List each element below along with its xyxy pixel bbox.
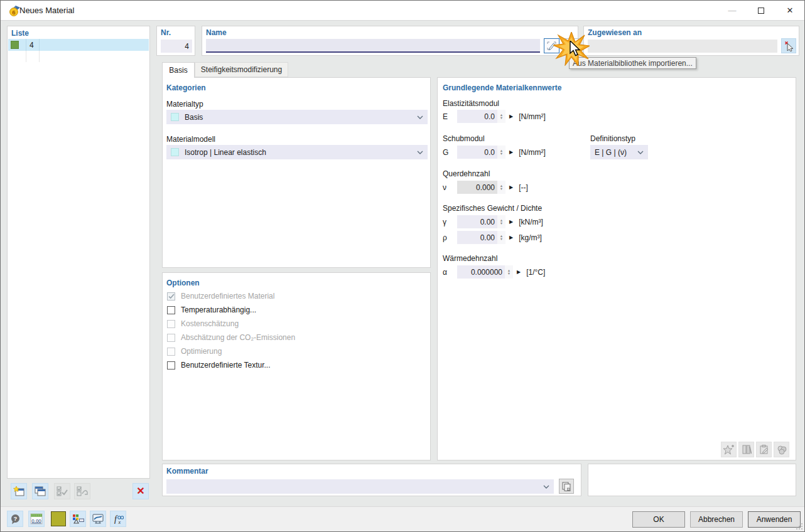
- chevron-down-icon: [637, 151, 644, 154]
- detail-arrow-button[interactable]: ▶: [509, 184, 513, 190]
- e-modul-input[interactable]: 0.0: [457, 110, 497, 123]
- minimize-button[interactable]: —: [718, 1, 747, 20]
- alpha-input[interactable]: 0.000000: [457, 265, 505, 279]
- svg-text:x: x: [118, 519, 121, 525]
- import-from-library-button[interactable]: [563, 38, 579, 53]
- assigned-label: Zugewiesen an: [588, 28, 642, 37]
- function-button[interactable]: f x: [110, 511, 126, 527]
- nu-input-disabled[interactable]: 0.000: [457, 181, 497, 194]
- apply-button[interactable]: Anwenden: [748, 511, 801, 528]
- waermedehnzahl-label: Wärmedehnzahl: [443, 254, 497, 263]
- add-favorite-button[interactable]: [721, 442, 737, 457]
- display-colors-button[interactable]: [70, 511, 86, 527]
- checkbox-row-kostenschaetzung[interactable]: Kostenschätzung: [167, 319, 239, 329]
- kommentar-combobox[interactable]: [166, 479, 554, 494]
- maximize-icon: [758, 8, 764, 14]
- help-button[interactable]: ?: [7, 511, 23, 527]
- g-modul-input[interactable]: 0.0: [457, 146, 497, 159]
- detail-arrow-button[interactable]: ▶: [517, 269, 521, 275]
- nr-input[interactable]: 4: [161, 40, 192, 53]
- detail-arrow-button[interactable]: ▶: [509, 114, 513, 119]
- material-color-swatch-button[interactable]: [50, 510, 67, 528]
- spinner-control[interactable]: ▲▼: [505, 265, 513, 279]
- alpha-row: α 0.000000 ▲▼ ▶ [1/°C]: [443, 265, 545, 279]
- liste-title: Liste: [11, 29, 29, 38]
- svg-text:0,00: 0,00: [31, 518, 41, 524]
- materialmodell-label: Materialmodell: [166, 135, 215, 144]
- checkbox[interactable]: [167, 306, 175, 314]
- list-item-number: 4: [30, 41, 39, 50]
- assigned-input[interactable]: [588, 40, 777, 53]
- copy-material-button[interactable]: [32, 483, 48, 499]
- name-input[interactable]: [206, 39, 540, 53]
- checkbox-row-benutzerdefiniertes-material[interactable]: Benutzerdefiniertes Material: [167, 291, 274, 301]
- svg-text:6: 6: [12, 9, 15, 16]
- select-objects-button[interactable]: [781, 38, 796, 53]
- kategorien-title: Kategorien: [166, 83, 206, 92]
- library-book-icon: [566, 41, 576, 51]
- rendering-icon: [92, 514, 104, 524]
- preview-panel: [588, 464, 796, 496]
- decimal-places-button[interactable]: 0,00: [28, 511, 45, 527]
- grid-line: [26, 51, 26, 62]
- copy-pages-icon: [562, 482, 571, 491]
- pencil-edit-icon: [547, 41, 556, 50]
- color-circles-button[interactable]: [774, 442, 789, 457]
- kommentar-panel: Kommentar: [162, 464, 581, 496]
- checkbox[interactable]: [167, 361, 175, 370]
- clipboard-edit-button[interactable]: [756, 442, 772, 457]
- check-all-button[interactable]: [54, 483, 70, 499]
- tab-basis[interactable]: Basis: [162, 62, 195, 78]
- checkbox-disabled[interactable]: [167, 320, 175, 328]
- invert-check-icon: [77, 486, 88, 496]
- tab-steifigkeitsmodifizierung[interactable]: Steifigkeitsmodifizierung: [195, 62, 288, 77]
- gamma-row: γ 0.00 ▲▼ ▶ [kN/m³]: [443, 215, 543, 228]
- material-library-button[interactable]: [738, 442, 754, 457]
- check-icon: [168, 294, 175, 299]
- svg-text:?: ?: [13, 515, 17, 522]
- rho-input[interactable]: 0.00: [457, 231, 497, 244]
- spinner-control[interactable]: ▲▼: [497, 146, 505, 159]
- checkbox-disabled[interactable]: [167, 334, 175, 342]
- schubmodul-row: G 0.0 ▲▼ ▶ [N/mm²]: [443, 146, 546, 159]
- rho-row: ρ 0.00 ▲▼ ▶ [kg/m³]: [443, 231, 542, 244]
- spinner-control[interactable]: ▲▼: [497, 181, 505, 194]
- spezifisches-gewicht-label: Spezifisches Gewicht / Dichte: [443, 204, 542, 213]
- materialmodell-dropdown[interactable]: Isotrop | Linear elastisch: [166, 145, 428, 159]
- maximize-button[interactable]: [747, 1, 775, 20]
- spinner-control[interactable]: ▲▼: [497, 110, 505, 123]
- resize-grip[interactable]: [796, 523, 802, 529]
- checkbox-row-optimierung[interactable]: Optimierung: [167, 346, 222, 356]
- elastizitaetsmodul-label: Elastizitätsmodul: [443, 99, 499, 108]
- checkbox-row-temperaturabhaengig[interactable]: Temperaturabhängig...: [167, 305, 256, 315]
- window-title: Neues Material: [19, 6, 74, 15]
- detail-arrow-button[interactable]: ▶: [509, 149, 513, 155]
- checkbox-checked-disabled[interactable]: [167, 292, 175, 301]
- cancel-button[interactable]: Abbrechen: [690, 511, 743, 528]
- new-material-button[interactable]: [11, 483, 27, 499]
- definitionstyp-dropdown[interactable]: E | G | (ν): [590, 145, 648, 159]
- list-item-selected[interactable]: 4: [8, 39, 149, 51]
- close-button[interactable]: ✕: [775, 1, 804, 20]
- spinner-control[interactable]: ▲▼: [497, 231, 505, 244]
- display-colors-icon: [72, 514, 84, 524]
- delete-material-button[interactable]: ✕: [132, 483, 149, 499]
- materialtyp-dropdown[interactable]: Basis: [166, 110, 428, 124]
- invert-check-button[interactable]: [74, 483, 90, 499]
- checkbox-row-co2-emissionen[interactable]: Abschätzung der CO₂-Emissionen: [167, 332, 295, 343]
- schubmodul-label: Schubmodul: [443, 134, 485, 143]
- nr-panel: Nr. 4: [156, 26, 195, 56]
- checkbox-row-benutzerdefinierte-textur[interactable]: Benutzerdefinierte Textur...: [167, 360, 271, 370]
- ok-button[interactable]: OK: [632, 511, 685, 528]
- checkbox-disabled[interactable]: [167, 348, 175, 356]
- rename-button[interactable]: [544, 38, 559, 53]
- rendering-button[interactable]: [90, 511, 106, 527]
- materialtyp-label: Materialtyp: [166, 100, 203, 109]
- detail-arrow-button[interactable]: ▶: [509, 235, 513, 240]
- detail-arrow-button[interactable]: ▶: [509, 219, 513, 225]
- assigned-panel: Zugewiesen an: [583, 26, 799, 56]
- copy-comment-button[interactable]: [559, 479, 574, 494]
- spinner-control[interactable]: ▲▼: [497, 215, 505, 228]
- gamma-input[interactable]: 0.00: [457, 215, 497, 228]
- tooltip: Aus Materialbibliothek importieren...: [569, 57, 696, 69]
